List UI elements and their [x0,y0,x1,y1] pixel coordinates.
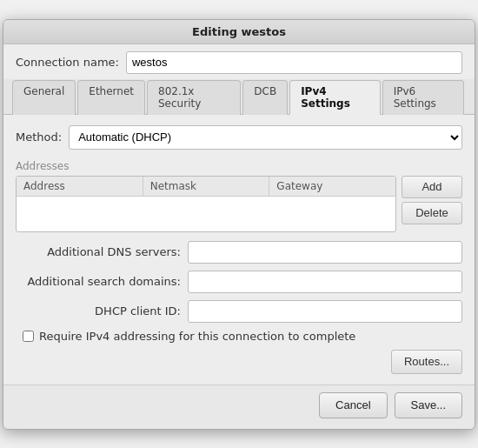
routes-button[interactable]: Routes... [391,350,462,374]
save-button[interactable]: Save... [395,392,462,418]
connection-name-input[interactable] [126,51,462,74]
dialog-footer: Cancel Save... [3,384,475,429]
search-label: Additional search domains: [16,275,181,288]
addresses-label: Addresses [16,160,462,172]
add-address-button[interactable]: Add [402,176,462,198]
addresses-table: Address Netmask Gateway [16,176,396,232]
tabs-bar: General Ethernet 802.1x Security DCB IPv… [3,79,475,115]
dns-row: Additional DNS servers: [16,241,462,264]
connection-name-label: Connection name: [16,56,119,69]
tab-ethernet[interactable]: Ethernet [77,80,145,115]
dhcp-row: DHCP client ID: [16,300,462,323]
routes-row: Routes... [16,350,462,374]
table-header-netmask: Netmask [143,177,270,196]
search-row: Additional search domains: [16,271,462,293]
dns-input[interactable] [188,241,462,264]
addresses-buttons: Add Delete [402,176,462,224]
method-row: Method: Automatic (DHCP) Manual Link-Loc… [16,125,462,150]
require-ipv4-checkbox[interactable] [23,331,34,342]
tab-general[interactable]: General [12,80,76,115]
table-header-gateway: Gateway [269,177,395,196]
method-label: Method: [16,130,62,144]
require-ipv4-label: Require IPv4 addressing for this connect… [39,330,355,343]
tab-ipv4-settings[interactable]: IPv4 Settings [289,80,381,115]
dns-label: Additional DNS servers: [16,245,181,258]
editing-dialog: Editing westos Connection name: General … [3,19,475,430]
connection-name-row: Connection name: [3,44,475,79]
tab-802x-security[interactable]: 802.1x Security [147,80,241,115]
method-select[interactable]: Automatic (DHCP) Manual Link-Local Only … [69,125,462,150]
table-body [17,197,395,231]
addresses-container: Address Netmask Gateway Add Delete [16,176,462,232]
search-input[interactable] [188,271,462,293]
addresses-section: Addresses Address Netmask Gateway Add De… [16,160,462,232]
table-header-address: Address [17,177,143,196]
tab-ipv6-settings[interactable]: IPv6 Settings [382,80,464,115]
dhcp-label: DHCP client ID: [16,304,181,318]
ipv4-tab-content: Method: Automatic (DHCP) Manual Link-Loc… [3,115,475,384]
dialog-title: Editing westos [3,20,475,44]
cancel-button[interactable]: Cancel [319,392,387,418]
delete-address-button[interactable]: Delete [402,202,462,224]
table-header: Address Netmask Gateway [17,177,395,197]
dhcp-input[interactable] [188,300,462,323]
require-ipv4-row: Require IPv4 addressing for this connect… [23,330,462,343]
tab-dcb[interactable]: DCB [242,80,288,115]
